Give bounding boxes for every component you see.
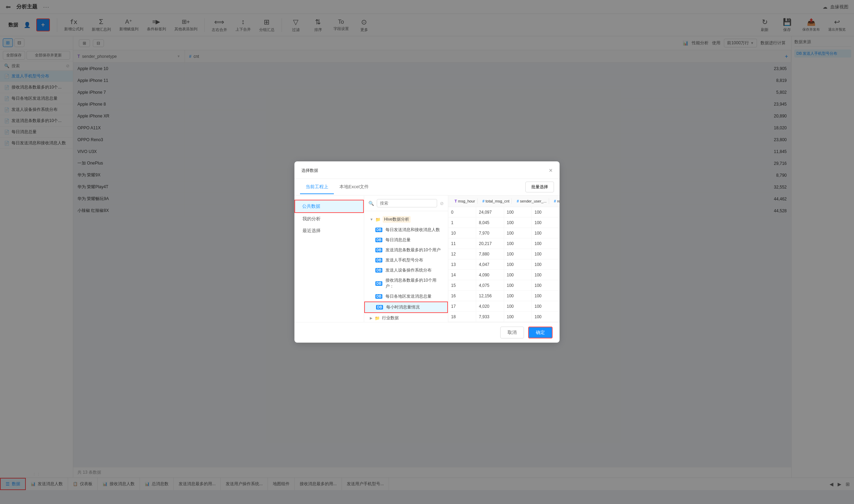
- modal-tab-current-project[interactable]: 当前工程上: [300, 180, 334, 194]
- tree-industry-folder[interactable]: ▶ 📁 行业数据: [364, 313, 448, 322]
- preview-row: 187,933100100: [448, 312, 560, 322]
- modal-search-filter-icon[interactable]: ⊘: [440, 201, 444, 206]
- db-label-icon4: DB: [375, 258, 382, 262]
- tree-db6[interactable]: DB 接收消息条数最多的10个用户：: [364, 275, 448, 291]
- tree-expand-icon: ▼: [370, 217, 373, 221]
- folder-icon: 📁: [375, 217, 381, 222]
- tree-db7[interactable]: DB 每日各地区发送消息总量: [364, 291, 448, 301]
- preview-col-sender-label: sender_user_...: [520, 199, 546, 203]
- tree-db2[interactable]: DB 每日消息总量: [364, 235, 448, 245]
- db-label-icon5: DB: [375, 268, 382, 273]
- confirm-btn[interactable]: 确定: [528, 327, 553, 338]
- modal-left-nav: 公共数据 我的分析 最近选择: [294, 196, 364, 322]
- tree-area: ▼ 📁 Hive数据分析 DB 每日发送消息和接收消息人数 DB 每日消息总量: [364, 211, 448, 322]
- modal-nav-recent[interactable]: 最近选择: [294, 225, 364, 237]
- modal-right-data: 024,097100100 18,045100100 107,970100100…: [448, 207, 560, 322]
- col-type-hash2: #: [482, 199, 485, 203]
- preview-col-msg-hour: T msg_hour: [452, 198, 478, 204]
- tree-industry-label: 行业数据: [382, 315, 399, 321]
- preview-col-receiver: # receiver_user_...: [552, 198, 560, 204]
- db-label-icon3: DB: [375, 248, 382, 252]
- modal-batch-area: 批量选择: [525, 179, 554, 195]
- preview-row: 154,075100100: [448, 280, 560, 291]
- db-label-icon2: DB: [375, 238, 382, 242]
- preview-col-total-msg-label: total_msg_cnt: [486, 199, 509, 203]
- tree-db5[interactable]: DB 发送人设备操作系统分布: [364, 265, 448, 275]
- tree-db2-label: 每日消息总量: [385, 237, 411, 243]
- modal-right-preview: T msg_hour # total_msg_cnt # sender_user…: [448, 196, 560, 322]
- preview-row: 107,970100100: [448, 228, 560, 238]
- preview-row: 134,047100100: [448, 259, 560, 270]
- tree-db8[interactable]: DB 每小时消息量情况: [364, 301, 448, 313]
- tree-db1[interactable]: DB 每日发送消息和接收消息人数: [364, 225, 448, 235]
- modal-overlay[interactable]: 选择数据 × 当前工程上 本地Excel文件 批量选择 公共数据 我的分析 最近…: [0, 0, 854, 504]
- tree-hive-folder[interactable]: ▼ 📁 Hive数据分析: [364, 214, 448, 225]
- tree-db4-label: 发送人手机型号分布: [385, 257, 423, 263]
- modal-footer: 取消 确定: [294, 322, 560, 343]
- tree-db3-label: 发送消息条数最多的10个用户: [385, 247, 440, 253]
- modal-nav-public-data[interactable]: 公共数据: [294, 200, 364, 213]
- col-type-hash3: #: [517, 199, 519, 203]
- preview-col-total-msg: # total_msg_cnt: [480, 198, 512, 204]
- tree-db6-label: 接收消息条数最多的10个用户：: [385, 277, 444, 289]
- preview-row: 18,045100100: [448, 217, 560, 228]
- col-type-hash4: #: [554, 199, 556, 203]
- modal-header: 选择数据 ×: [294, 161, 560, 179]
- preview-row: 024,097100100: [448, 207, 560, 217]
- modal-search-icon: 🔍: [368, 201, 374, 206]
- db-label-icon7: DB: [375, 294, 382, 299]
- tree-hive-label: Hive数据分析: [383, 216, 411, 223]
- db-label-icon8: DB: [376, 305, 383, 310]
- tree-db4[interactable]: DB 发送人手机型号分布: [364, 255, 448, 265]
- batch-select-btn[interactable]: 批量选择: [525, 182, 554, 192]
- tree-db8-label: 每小时消息量情况: [386, 304, 420, 310]
- preview-row: 144,090100100: [448, 270, 560, 280]
- modal-nav-my-analysis[interactable]: 我的分析: [294, 213, 364, 225]
- tree-db3[interactable]: DB 发送消息条数最多的10个用户: [364, 245, 448, 255]
- tree-db1-label: 每日发送消息和接收消息人数: [385, 227, 440, 233]
- tree-db5-label: 发送人设备操作系统分布: [385, 267, 432, 273]
- preview-col-receiver-label: receiver_user_...: [557, 199, 560, 203]
- preview-col-msg-hour-label: msg_hour: [458, 199, 475, 203]
- db-label-icon6: DB: [375, 281, 382, 286]
- preview-col-sender: # sender_user_...: [515, 198, 549, 204]
- cancel-btn[interactable]: 取消: [500, 327, 524, 338]
- modal-search-input[interactable]: [377, 199, 437, 207]
- modal-tab-local-excel[interactable]: 本地Excel文件: [334, 180, 374, 194]
- modal-search-area: 🔍 ⊘: [364, 196, 448, 211]
- modal-close-btn[interactable]: ×: [549, 167, 553, 174]
- preview-row: 1120,217100100: [448, 238, 560, 249]
- preview-row: 174,020100100: [448, 301, 560, 312]
- preview-row: 127,880100100: [448, 249, 560, 259]
- db-label-icon: DB: [375, 228, 382, 232]
- modal-select-data: 选择数据 × 当前工程上 本地Excel文件 批量选择 公共数据 我的分析 最近…: [294, 161, 560, 343]
- tree-db7-label: 每日各地区发送消息总量: [385, 293, 432, 299]
- folder-industry-icon: 📁: [375, 316, 380, 321]
- col-type-T2: T: [455, 199, 457, 203]
- tree-industry-expand: ▶: [370, 316, 373, 320]
- modal-body: 公共数据 我的分析 最近选择 🔍 ⊘ ▼ 📁 Hive数据分析: [294, 196, 560, 322]
- preview-row: 1612,156100100: [448, 291, 560, 301]
- modal-center-tree: 🔍 ⊘ ▼ 📁 Hive数据分析 DB 每日发送消息和接收消息人数: [364, 196, 448, 322]
- modal-preview-header: T msg_hour # total_msg_cnt # sender_user…: [448, 196, 560, 207]
- modal-tabs: 当前工程上 本地Excel文件 批量选择: [294, 179, 560, 196]
- modal-title: 选择数据: [301, 168, 318, 174]
